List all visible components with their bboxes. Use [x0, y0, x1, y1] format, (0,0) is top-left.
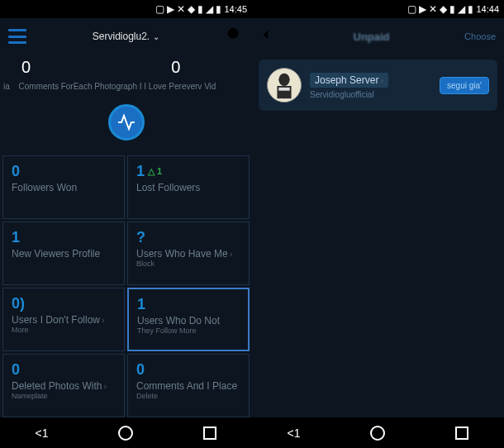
svg-point-4: [278, 74, 289, 86]
clock: 14:45: [224, 4, 247, 14]
chevron-right-icon: ›: [230, 249, 233, 259]
stats-row: 0 0: [0, 55, 252, 80]
wifi-icon: ◆: [188, 3, 195, 15]
nav-back-button[interactable]: <1: [36, 427, 49, 440]
nav-back-button[interactable]: <1: [288, 427, 301, 440]
avatar: [267, 68, 302, 102]
search-icon: [226, 26, 244, 44]
nav-recent-button[interactable]: [203, 427, 216, 440]
refresh-button[interactable]: [108, 104, 145, 141]
bio-row: ia Comments ForEach Photograph I I Love …: [0, 80, 252, 98]
chevron-right-icon: ›: [103, 381, 107, 391]
card-followers-won[interactable]: 0 Followers Won: [2, 155, 125, 219]
left-screen: ▢ ▶ ✕ ◆ ▮ ◢ ▮ 14:45 Servidioglu2. ⌄ 0 0: [0, 0, 252, 417]
mute-icon: ✕: [177, 3, 185, 15]
chevron-right-icon: ›: [102, 315, 105, 325]
account-dropdown[interactable]: Servidioglu2. ⌄: [33, 31, 219, 42]
app-bar-left: Servidioglu2. ⌄: [0, 18, 252, 55]
stats-grid: 0 Followers Won 1 △ 1 Lost Followers 1 N…: [0, 155, 252, 417]
nav-recent-button[interactable]: [455, 427, 468, 440]
data-icon: ▮: [197, 3, 203, 15]
follow-status-button[interactable]: segui gia': [440, 77, 489, 94]
signal-icon: ◢: [206, 3, 213, 15]
clock: 14:44: [476, 4, 499, 14]
battery-icon: ▮: [216, 3, 221, 15]
svg-rect-6: [278, 88, 289, 91]
battery-icon: ▮: [468, 3, 473, 15]
nav-home-button[interactable]: [370, 426, 385, 441]
mute-icon: ✕: [429, 3, 437, 15]
user-display-name: Joseph Server›: [310, 73, 388, 88]
back-button[interactable]: [260, 26, 278, 47]
user-info: Joseph Server› Servidiogluofficial: [310, 72, 431, 99]
activity-icon: [116, 112, 136, 132]
card-deleted-comments[interactable]: 0 Comments And I Place Delete: [127, 354, 250, 417]
svg-line-1: [237, 37, 241, 41]
status-bar-right: ▢ ▶ ✕ ◆ ▮ ◢ ▮ 14:44: [252, 0, 504, 18]
search-button[interactable]: [226, 26, 244, 47]
play-icon: ▶: [419, 3, 426, 15]
right-screen: ▢ ▶ ✕ ◆ ▮ ◢ ▮ 14:44 Unpaid Choose Joseph…: [252, 0, 504, 417]
system-nav-bar: <1 <1: [0, 417, 504, 448]
refresh-section: [0, 98, 252, 155]
choose-button[interactable]: Choose: [464, 31, 496, 41]
card-new-viewers[interactable]: 1 New Viewers Profile: [2, 222, 125, 285]
data-icon: ▮: [449, 3, 455, 15]
hamburger-menu-icon[interactable]: [8, 29, 26, 44]
card-dont-follow[interactable]: 0) Users I Don't Follow› More: [2, 288, 125, 351]
card-blocked-me[interactable]: ? Users Who Have Me› Block: [127, 222, 250, 285]
nav-home-button[interactable]: [118, 426, 133, 441]
user-list-item[interactable]: Joseph Server› Servidiogluofficial segui…: [259, 60, 497, 111]
arrow-left-icon: [260, 26, 278, 44]
signal-icon: ◢: [458, 3, 465, 15]
card-lost-followers[interactable]: 1 △ 1 Lost Followers: [127, 155, 250, 219]
card-not-follow-back[interactable]: 1 Users Who Do Not They Follow More: [127, 288, 250, 351]
gallery-icon: ▢: [407, 3, 416, 15]
chevron-down-icon: ⌄: [153, 32, 159, 41]
card-deleted-photos[interactable]: 0 Deleted Photos With› Nameplate: [2, 354, 125, 417]
delta-up-icon: △ 1: [148, 166, 162, 177]
status-bar-left: ▢ ▶ ✕ ◆ ▮ ◢ ▮ 14:45: [0, 0, 252, 18]
play-icon: ▶: [167, 3, 174, 15]
user-handle: Servidiogluofficial: [310, 90, 431, 99]
wifi-icon: ◆: [440, 3, 447, 15]
stat-1: 0: [21, 58, 31, 77]
app-bar-right: Unpaid Choose: [252, 18, 504, 55]
gallery-icon: ▢: [155, 3, 164, 15]
page-title: Unpaid: [285, 31, 458, 43]
stat-2: 0: [171, 58, 180, 77]
username-label: Servidioglu2.: [93, 31, 150, 42]
svg-point-0: [228, 28, 239, 39]
